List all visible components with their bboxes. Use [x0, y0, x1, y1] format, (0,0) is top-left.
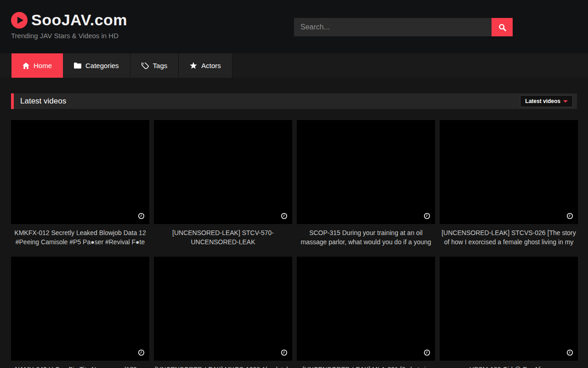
video-card[interactable]: [UNCENSORED-LEAK] MLA-231 [3 shots in	[297, 257, 435, 368]
video-thumbnail[interactable]	[154, 257, 292, 361]
star-icon	[190, 62, 197, 69]
search-input[interactable]	[294, 18, 492, 36]
video-thumbnail[interactable]	[11, 257, 149, 361]
nav-item-categories[interactable]: Categories	[63, 53, 130, 78]
clock-icon	[281, 349, 288, 356]
clock-icon	[566, 213, 573, 219]
video-thumbnail[interactable]	[154, 120, 292, 224]
nav-item-label: Actors	[201, 62, 221, 69]
video-card[interactable]: [UNCENSORED-LEAK] STCVS-026 [The story o…	[440, 120, 578, 247]
section-title: Latest videos	[20, 97, 66, 106]
video-thumbnail[interactable]	[297, 257, 435, 361]
main-content: Latest videos Latest videos KMKFX-012 Se…	[0, 78, 588, 368]
video-title[interactable]: [UNCENSORED-LEAK] STCV-570-UNCENSORED-LE…	[154, 228, 292, 247]
video-title[interactable]: SCOP-315 During your training at an oil …	[297, 228, 435, 247]
clock-icon	[281, 213, 288, 219]
nav-item-home[interactable]: Home	[11, 53, 63, 78]
video-grid: KMKFX-012 Secretly Leaked Blowjob Data 1…	[11, 120, 577, 368]
nav-item-label: Tags	[153, 62, 168, 69]
video-card[interactable]: [UNCENSORED-LEAK] MXGS-1206 Absolutely	[154, 257, 292, 368]
play-circle-icon	[11, 12, 28, 29]
video-title[interactable]: [UNCENSORED-LEAK] MXGS-1206 Absolutely	[154, 365, 292, 368]
nav-item-actors[interactable]: Actors	[179, 53, 232, 78]
video-title[interactable]: UPSM-186 Girl @ Era Alice	[440, 365, 578, 368]
search-bar	[294, 18, 513, 36]
clock-icon	[138, 213, 145, 219]
caret-down-icon	[563, 100, 568, 103]
video-thumbnail[interactable]	[440, 120, 578, 224]
main-nav: Home Categories Tags Actors	[0, 53, 588, 78]
clock-icon	[566, 349, 573, 356]
video-card[interactable]: SCOP-315 During your training at an oil …	[297, 120, 435, 247]
video-title[interactable]: [UNCENSORED-LEAK] MLA-231 [3 shots in	[297, 365, 435, 368]
nav-item-tags[interactable]: Tags	[130, 53, 179, 78]
nav-item-label: Home	[34, 62, 52, 69]
video-thumbnail[interactable]	[440, 257, 578, 361]
tag-icon	[141, 63, 149, 69]
video-title[interactable]: NAMH-042 H Cup Big Tits Newcomer (170cm …	[11, 365, 149, 368]
sort-dropdown-button[interactable]: Latest videos	[520, 95, 573, 107]
section-header: Latest videos Latest videos	[11, 93, 577, 109]
search-button[interactable]	[492, 18, 513, 36]
video-title[interactable]: [UNCENSORED-LEAK] STCVS-026 [The story o…	[440, 228, 578, 247]
video-thumbnail[interactable]	[11, 120, 149, 224]
nav-item-label: Categories	[85, 62, 119, 69]
video-card[interactable]: KMKFX-012 Secretly Leaked Blowjob Data 1…	[11, 120, 149, 247]
logo-text: SooJAV.com	[31, 11, 127, 29]
video-title[interactable]: KMKFX-012 Secretly Leaked Blowjob Data 1…	[11, 228, 149, 247]
video-thumbnail[interactable]	[297, 120, 435, 224]
clock-icon	[424, 213, 430, 219]
section-accent-bar	[11, 93, 14, 109]
clock-icon	[138, 349, 145, 356]
folder-icon	[74, 63, 81, 69]
site-header: SooJAV.com Trending JAV Stars & Videos i…	[0, 0, 588, 53]
sort-dropdown-label: Latest videos	[525, 98, 560, 104]
video-card[interactable]: [UNCENSORED-LEAK] STCV-570-UNCENSORED-LE…	[154, 120, 292, 247]
home-icon	[23, 63, 29, 69]
video-card[interactable]: NAMH-042 H Cup Big Tits Newcomer (170cm …	[11, 257, 149, 368]
video-card[interactable]: UPSM-186 Girl @ Era Alice	[440, 257, 578, 368]
clock-icon	[424, 349, 430, 356]
search-icon	[498, 23, 506, 31]
site-logo[interactable]: SooJAV.com	[11, 11, 127, 29]
